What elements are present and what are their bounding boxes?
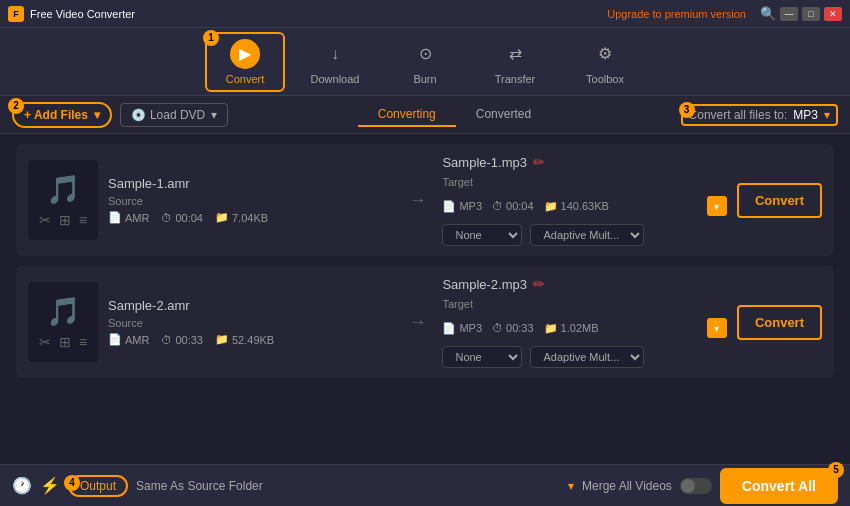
format-icon: 📄 <box>108 211 122 224</box>
source-format-value: AMR <box>125 212 149 224</box>
file-thumbnail: 🎵 ✂ ⊞ ≡ <box>28 160 98 240</box>
target-format-dropdown[interactable]: ▾ <box>707 196 727 216</box>
format-icon: 📄 <box>442 200 456 213</box>
convert-tab[interactable]: 1 ▶ Convert <box>205 32 285 92</box>
source-format: 📄 AMR <box>108 211 149 224</box>
source-size: 📁 7.04KB <box>215 211 268 224</box>
file-list: 🎵 ✂ ⊞ ≡ Sample-1.amr Source 📄 AMR ⏱ <box>0 134 850 464</box>
convert-button[interactable]: Convert <box>737 183 822 218</box>
format-value: MP3 <box>793 108 818 122</box>
target-size-value: 1.02MB <box>561 322 599 334</box>
source-size-value: 52.49KB <box>232 334 274 346</box>
main-toolbar: 1 ▶ Convert ↓ Download ⊙ Burn ⇄ Transfer… <box>0 28 850 96</box>
clock-icon: ⏱ <box>492 200 503 212</box>
effect-row: None Adaptive Mult... <box>442 224 726 246</box>
effect-left-select[interactable]: None <box>442 224 522 246</box>
title-bar: F Free Video Converter Upgrade to premiu… <box>0 0 850 28</box>
target-filename: Sample-2.mp3 <box>442 277 527 292</box>
target-meta-row: Target <box>442 298 726 314</box>
target-meta-row: Target <box>442 176 726 192</box>
app-logo: F <box>8 6 24 22</box>
format-dropdown-icon[interactable]: ▾ <box>824 108 830 122</box>
source-duration-value: 00:33 <box>175 334 203 346</box>
add-files-wrapper: 2 + Add Files ▾ <box>12 102 112 128</box>
crop-icon[interactable]: ⊞ <box>59 334 71 350</box>
badge-3: 3 <box>679 102 695 118</box>
size-icon: 📁 <box>215 211 229 224</box>
convert-button[interactable]: Convert <box>737 305 822 340</box>
lightning-icon[interactable]: ⚡ <box>40 476 60 495</box>
convert-all-format-wrapper: 3 Convert all files to: MP3 ▾ <box>681 104 838 126</box>
output-path: Same As Source Folder <box>136 479 560 493</box>
target-filename: Sample-1.mp3 <box>442 155 527 170</box>
load-dvd-label: Load DVD <box>150 108 205 122</box>
target-duration-value: 00:04 <box>506 200 534 212</box>
music-note-icon: 🎵 <box>46 295 81 328</box>
transfer-label: Transfer <box>495 73 536 85</box>
target-duration: ⏱ 00:04 <box>492 200 534 212</box>
target-name-row: Sample-2.mp3 ✏ <box>442 276 726 292</box>
merge-toggle[interactable] <box>680 478 712 494</box>
add-files-label: + Add Files <box>24 108 88 122</box>
cut-icon[interactable]: ✂ <box>39 212 51 228</box>
target-format-dropdown[interactable]: ▾ <box>707 318 727 338</box>
tab-converting[interactable]: Converting <box>358 103 456 127</box>
burn-icon: ⊙ <box>410 39 440 69</box>
target-duration-value: 00:33 <box>506 322 534 334</box>
convert-icon: ▶ <box>230 39 260 69</box>
add-files-dropdown-icon[interactable]: ▾ <box>94 108 100 122</box>
output-dropdown-icon[interactable]: ▾ <box>568 479 574 493</box>
target-format: 📄 MP3 <box>442 322 482 335</box>
format-icon: 📄 <box>108 333 122 346</box>
source-size-value: 7.04KB <box>232 212 268 224</box>
toolbox-icon: ⚙ <box>590 39 620 69</box>
add-files-button[interactable]: + Add Files ▾ <box>12 102 112 128</box>
target-duration: ⏱ 00:33 <box>492 322 534 334</box>
effect-right-select[interactable]: Adaptive Mult... <box>530 346 644 368</box>
burn-tab[interactable]: ⊙ Burn <box>385 32 465 92</box>
close-button[interactable]: ✕ <box>824 7 842 21</box>
effect-left-select[interactable]: None <box>442 346 522 368</box>
target-name-row: Sample-1.mp3 ✏ <box>442 154 726 170</box>
badge-2: 2 <box>8 98 24 114</box>
format-icon: 📄 <box>442 322 456 335</box>
clock-icon: ⏱ <box>161 212 172 224</box>
edit-icon[interactable]: ✏ <box>533 154 545 170</box>
file-row: 🎵 ✂ ⊞ ≡ Sample-1.amr Source 📄 AMR ⏱ <box>16 144 834 256</box>
convert-label: Convert <box>226 73 265 85</box>
clock-icon[interactable]: 🕐 <box>12 476 32 495</box>
merge-all-label: Merge All Videos <box>582 479 672 493</box>
download-icon: ↓ <box>320 39 350 69</box>
download-tab[interactable]: ↓ Download <box>295 32 375 92</box>
file-row: 🎵 ✂ ⊞ ≡ Sample-2.amr Source 📄 AMR ⏱ <box>16 266 834 378</box>
clock-icon: ⏱ <box>161 334 172 346</box>
target-meta-items: 📄 MP3 ⏱ 00:04 📁 140.63KB ▾ <box>442 196 726 216</box>
edit-icon[interactable]: ✏ <box>533 276 545 292</box>
source-duration: ⏱ 00:04 <box>161 212 203 224</box>
title-bar-right: Upgrade to premium version 🔍 — □ ✕ <box>607 6 842 21</box>
settings-icon[interactable]: ≡ <box>79 334 87 350</box>
maximize-button[interactable]: □ <box>802 7 820 21</box>
file-source-info: Sample-2.amr Source 📄 AMR ⏱ 00:33 📁 52.4… <box>108 298 392 346</box>
source-duration-value: 00:04 <box>175 212 203 224</box>
upgrade-link[interactable]: Upgrade to premium version <box>607 8 746 20</box>
effect-right-select[interactable]: Adaptive Mult... <box>530 224 644 246</box>
search-icon[interactable]: 🔍 <box>760 6 776 21</box>
tab-converted[interactable]: Converted <box>456 103 551 127</box>
toolbox-tab[interactable]: ⚙ Toolbox <box>565 32 645 92</box>
convert-all-button[interactable]: Convert All <box>720 468 838 504</box>
load-dvd-button[interactable]: 💿 Load DVD ▾ <box>120 103 228 127</box>
file-actions: ✂ ⊞ ≡ <box>39 334 87 350</box>
file-actions: ✂ ⊞ ≡ <box>39 212 87 228</box>
target-meta-items: 📄 MP3 ⏱ 00:33 📁 1.02MB ▾ <box>442 318 726 338</box>
transfer-tab[interactable]: ⇄ Transfer <box>475 32 555 92</box>
crop-icon[interactable]: ⊞ <box>59 212 71 228</box>
size-icon: 📁 <box>215 333 229 346</box>
source-label: Source <box>108 317 392 329</box>
source-label: Source <box>108 195 392 207</box>
cut-icon[interactable]: ✂ <box>39 334 51 350</box>
settings-icon[interactable]: ≡ <box>79 212 87 228</box>
source-meta: 📄 AMR ⏱ 00:04 📁 7.04KB <box>108 211 392 224</box>
minimize-button[interactable]: — <box>780 7 798 21</box>
clock-icon: ⏱ <box>492 322 503 334</box>
